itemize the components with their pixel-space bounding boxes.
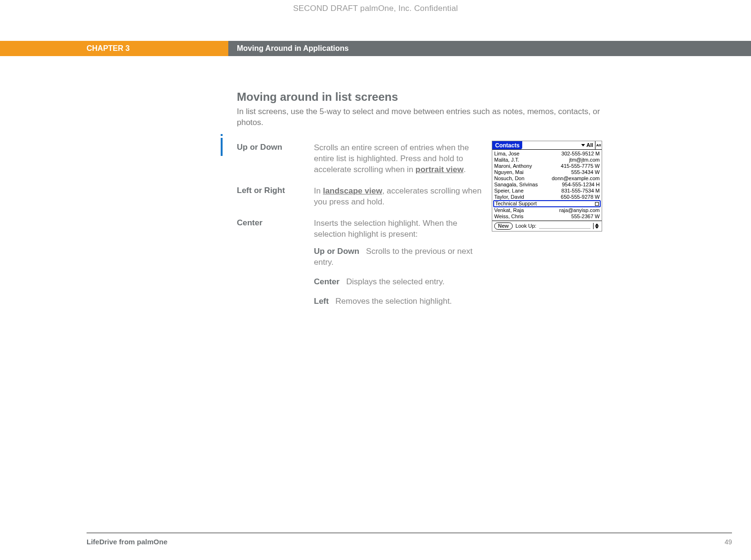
device-contact-row[interactable]: Weiss, Chris555-2367 W: [494, 213, 600, 220]
device-lookup-input[interactable]: [539, 224, 590, 229]
device-contact-row[interactable]: Nosuch, Dondonn@example.com: [494, 175, 600, 182]
sub-term: Left: [314, 297, 329, 306]
contact-info: raja@anyisp.com: [559, 208, 600, 213]
contact-info: donn@example.com: [552, 176, 600, 181]
def-text: In: [314, 186, 323, 195]
contact-info: jtm@jtm.com: [569, 157, 600, 163]
sub-term: Center: [314, 277, 340, 286]
sub-item: Left Removes the selection highlight.: [314, 296, 485, 307]
section-title: Moving around in list screens: [237, 90, 608, 104]
def-desc: Scrolls an entire screen of entries when…: [314, 143, 485, 175]
contact-info: [594, 201, 599, 206]
contact-info: 302-555-9512 M: [561, 151, 600, 156]
device-contact-row[interactable]: Nguyen, Mai555-3434 W: [494, 169, 600, 175]
contact-info: 555-2367 W: [571, 214, 600, 219]
portrait-view-link[interactable]: portrait view: [416, 165, 464, 174]
def-row: Center Inserts the selection highlight. …: [237, 218, 608, 316]
contact-name: Lima, Jose: [494, 151, 519, 156]
contact-info: 415-555-7775 W: [561, 164, 600, 169]
dropdown-arrow-icon: [581, 144, 585, 146]
def-desc: Inserts the selection highlight. When th…: [314, 218, 485, 316]
def-term: Left or Right: [237, 186, 314, 208]
contact-name: Maroni, Anthony: [494, 164, 532, 169]
device-titlebar: Contacts All All: [492, 141, 602, 150]
contact-name: Speier, Lane: [494, 188, 524, 193]
contact-name: Weiss, Chris: [494, 214, 524, 219]
device-category-picker[interactable]: All: [579, 141, 595, 149]
device-contact-row[interactable]: Malita, J.T.jtm@jtm.com: [494, 157, 600, 163]
chapter-title: Moving Around in Applications: [228, 41, 751, 56]
footer-rule: [87, 532, 732, 533]
def-term: Up or Down: [237, 143, 314, 175]
contact-info: 954-555-1234 H: [562, 182, 600, 187]
footer-page-number: 49: [724, 538, 732, 546]
sub-desc: Displays the selected entry.: [346, 277, 445, 286]
contact-name: Taylor, David: [494, 194, 524, 200]
chapter-label: CHAPTER 3: [0, 41, 228, 56]
sub-desc: Removes the selection highlight.: [335, 297, 452, 306]
device-side-tab[interactable]: All: [595, 141, 602, 149]
contact-name: Nosuch, Don: [494, 176, 525, 181]
contact-info: 555-3434 W: [571, 170, 600, 175]
watermark-text: SECOND DRAFT palmOne, Inc. Confidential: [0, 4, 751, 13]
sub-term: Up or Down: [314, 247, 359, 256]
margin-marker-icon: [221, 138, 223, 156]
device-sort-icon[interactable]: [593, 223, 600, 229]
def-term: Center: [237, 218, 314, 316]
contact-info: 831-555-7534 M: [561, 188, 600, 193]
device-new-button[interactable]: New: [494, 222, 513, 230]
def-desc: In landscape view, accelerates scrolling…: [314, 186, 485, 208]
contact-name: Malita, J.T.: [494, 157, 519, 163]
device-footer: New Look Up:: [492, 221, 602, 231]
contact-name: Nguyen, Mai: [494, 170, 524, 175]
section-intro: In list screens, use the 5-way to select…: [237, 106, 608, 128]
sort-up-icon: [595, 223, 599, 226]
device-app-title: Contacts: [492, 141, 522, 149]
device-contact-row[interactable]: Speier, Lane831-555-7534 M: [494, 188, 600, 194]
contact-name: Venkat, Raja: [494, 208, 524, 213]
device-contact-row[interactable]: Lima, Jose302-555-9512 M: [494, 151, 600, 157]
device-category-label: All: [586, 143, 593, 148]
device-contact-row[interactable]: Venkat, Rajaraja@anyisp.com: [494, 207, 600, 213]
contact-name: Technical Support: [495, 201, 536, 206]
device-contact-list: Lima, Jose302-555-9512 MMalita, J.T.jtm@…: [492, 150, 602, 221]
contact-name: Sanagala, Srivinas: [494, 182, 538, 187]
sort-down-icon: [595, 226, 599, 229]
device-contact-row[interactable]: Technical Support: [493, 200, 601, 207]
def-text: Inserts the selection highlight. When th…: [314, 219, 457, 239]
sub-list: Up or Down Scrolls to the previous or ne…: [314, 246, 485, 307]
contacts-screenshot: Contacts All All Lima, Jose302-555-9512 …: [492, 141, 602, 232]
device-contact-row[interactable]: Sanagala, Srivinas954-555-1234 H: [494, 182, 600, 188]
note-flag-icon: [595, 202, 599, 206]
device-contact-row[interactable]: Taylor, David650-555-9278 W: [494, 194, 600, 200]
def-text: .: [464, 165, 466, 174]
sub-item: Center Displays the selected entry.: [314, 277, 485, 288]
footer-product: LifeDrive from palmOne: [87, 538, 167, 546]
chapter-bar: CHAPTER 3 Moving Around in Applications: [0, 41, 751, 56]
landscape-view-link[interactable]: landscape view: [323, 186, 382, 195]
device-lookup-label: Look Up:: [516, 223, 536, 229]
contact-info: 650-555-9278 W: [561, 194, 600, 200]
sub-item: Up or Down Scrolls to the previous or ne…: [314, 246, 485, 268]
device-contact-row[interactable]: Maroni, Anthony415-555-7775 W: [494, 163, 600, 169]
